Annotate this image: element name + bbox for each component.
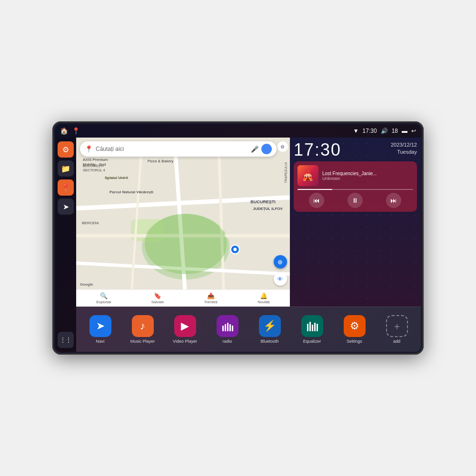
map-saved-item[interactable]: 🔖 Salvate (151, 292, 164, 304)
svg-rect-16 (232, 326, 233, 331)
saved-icon: 🔖 (154, 292, 161, 299)
svg-point-11 (233, 248, 237, 251)
app-item-navi[interactable]: ➤ Navi (86, 315, 115, 344)
clock-display: 17:30 (294, 141, 341, 159)
navi-icon: ➤ (89, 315, 111, 337)
svg-rect-15 (229, 324, 231, 331)
settings-icon-symbol: ⚙ (350, 320, 359, 332)
music-player-icon: ♪ (132, 315, 154, 337)
radio-icon (217, 315, 238, 337)
day-value: Tuesday (391, 149, 417, 156)
user-avatar[interactable] (261, 144, 272, 154)
map-search-bar[interactable]: 📍 Căutați aici 🎤 (80, 141, 277, 157)
album-art: 🎪 (298, 165, 318, 186)
pause-button[interactable]: ⏸ (347, 193, 363, 208)
navi-label: Navi (96, 339, 104, 344)
music-artist: Unknown (322, 176, 413, 181)
map-settings-icon[interactable]: ⚙ (278, 141, 288, 152)
settings-app-icon: ⚙ (344, 315, 366, 337)
volume-icon: 🔊 (381, 128, 388, 134)
share-icon: 📤 (207, 292, 215, 299)
map-label-berceni: BERCENI (82, 221, 99, 225)
app-item-radio[interactable]: radio (213, 315, 242, 344)
settings-label: Settings (347, 339, 362, 344)
app-item-equalizer[interactable]: Equalizer (298, 315, 327, 344)
music-controls: ⏮ ⏸ ⏭ (298, 193, 413, 208)
status-bar: 🏠 📍 ▼ 17:30 🔊 18 ▬ ↩ (55, 124, 421, 138)
svg-point-9 (145, 214, 227, 274)
map-nav-btn[interactable]: 👁 (274, 272, 287, 286)
sidebar-grid-btn[interactable]: ⋮⋮ (58, 332, 74, 348)
map-label-splai: Splaiul Unirii (105, 176, 128, 180)
add-icon: ＋ (386, 315, 408, 337)
app-item-add[interactable]: ＋ add (383, 315, 411, 344)
top-section: AXIS PremiumMobility - Sud Pizza & Baker… (76, 138, 421, 307)
mic-icon[interactable]: 🎤 (251, 146, 258, 153)
sidebar-nav-btn[interactable]: ➤ (58, 198, 74, 215)
clock-section: 17:30 2023/12/12 Tuesday (294, 141, 417, 159)
video-player-label: Video Player (173, 339, 197, 344)
map-label-bucuresti: BUCUREȘTI (250, 199, 276, 204)
radio-bars-svg (221, 321, 234, 331)
music-player-label: Music Player (130, 339, 155, 344)
navigate-icon: ➤ (63, 202, 69, 211)
app-item-music-player[interactable]: ♪ Music Player (129, 315, 157, 344)
saved-label: Salvate (151, 300, 164, 304)
prev-icon: ⏮ (313, 197, 320, 204)
music-title: Lost Frequencies_Janie... (322, 171, 413, 176)
sidebar-folder-btn[interactable]: 📁 (58, 160, 74, 177)
add-icon-symbol: ＋ (392, 320, 402, 333)
svg-rect-17 (307, 324, 308, 331)
next-button[interactable]: ⏭ (386, 193, 401, 208)
screen: 🏠 📍 ▼ 17:30 🔊 18 ▬ ↩ ⚙ 📁 (55, 124, 421, 352)
map-locate-btn[interactable]: ⊕ (274, 255, 287, 268)
map-pin-icon: 📍 (61, 183, 70, 192)
app-item-video-player[interactable]: ▶ Video Player (171, 315, 199, 344)
map-container[interactable]: AXIS PremiumMobility - Sud Pizza & Baker… (76, 138, 290, 307)
svg-rect-13 (225, 324, 226, 331)
home-icon: 🏠 (60, 127, 68, 135)
next-icon: ⏭ (390, 197, 397, 204)
video-icon-symbol: ▶ (181, 320, 189, 332)
bluetooth-icon: ⚡ (259, 315, 281, 337)
sidebar-map-btn[interactable]: 📍 (58, 179, 74, 196)
share-label: Trimiteți (204, 300, 218, 304)
right-panel: 17:30 2023/12/12 Tuesday 🎪 (290, 138, 421, 307)
add-label: add (393, 339, 400, 344)
map-share-item[interactable]: 📤 Trimiteți (204, 292, 218, 304)
folder-icon: 📁 (61, 164, 70, 173)
pause-icon: ⏸ (352, 197, 358, 204)
map-label-ilfov: JUDEȚUL ILFOV (253, 207, 283, 211)
app-item-bluetooth[interactable]: ⚡ Bluetooth (256, 315, 284, 344)
navi-icon-symbol: ➤ (96, 320, 105, 332)
svg-rect-14 (227, 323, 228, 331)
bt-icon-symbol: ⚡ (263, 320, 276, 332)
explore-icon: 🔍 (100, 292, 108, 299)
music-info-row: 🎪 Lost Frequencies_Janie... Unknown (298, 165, 413, 186)
music-progress-fill (298, 189, 332, 190)
news-label: Noutăți (258, 300, 269, 304)
app-grid-section: ➤ Navi ♪ Music Player ▶ (76, 307, 421, 352)
device: 🏠 📍 ▼ 17:30 🔊 18 ▬ ↩ ⚙ 📁 (52, 121, 424, 355)
back-icon[interactable]: ↩ (411, 128, 416, 134)
svg-rect-12 (222, 326, 224, 331)
map-google-logo: Google (80, 282, 93, 287)
wifi-icon: ▼ (353, 128, 359, 134)
map-explore-item[interactable]: 🔍 Explorați (96, 292, 111, 304)
music-text: Lost Frequencies_Janie... Unknown (322, 171, 413, 181)
sidebar-settings-btn[interactable]: ⚙ (58, 141, 74, 158)
bluetooth-label: Bluetooth (260, 339, 278, 344)
radio-label: radio (222, 339, 232, 344)
prev-button[interactable]: ⏮ (309, 193, 324, 208)
album-art-icon: 🎪 (302, 170, 314, 181)
news-icon: 🔔 (260, 292, 268, 299)
eq-bars-svg (306, 321, 318, 331)
main-content: ⚙ 📁 📍 ➤ ⋮⋮ (55, 138, 421, 352)
content-area: AXIS PremiumMobility - Sud Pizza & Baker… (76, 138, 421, 352)
map-search-input[interactable]: Căutați aici (96, 146, 249, 152)
svg-rect-21 (317, 324, 318, 331)
sidebar: ⚙ 📁 📍 ➤ ⋮⋮ (55, 138, 76, 352)
map-news-item[interactable]: 🔔 Noutăți (258, 292, 269, 304)
music-progress-bar[interactable] (298, 189, 413, 190)
app-item-settings[interactable]: ⚙ Settings (340, 315, 369, 344)
